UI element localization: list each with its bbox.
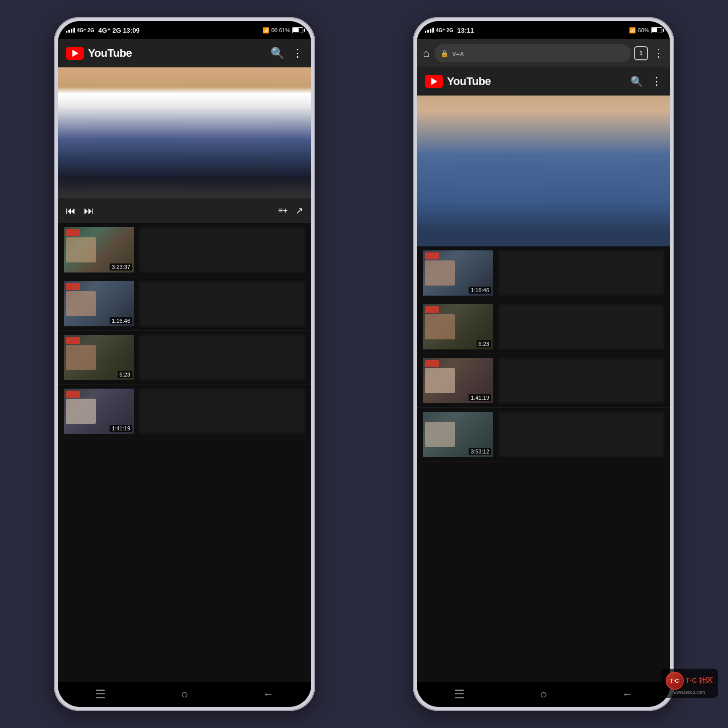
- yt-icon-2: [425, 75, 443, 88]
- lock-icon: 🔒: [440, 50, 448, 57]
- playlist-item-1[interactable]: 3:23:37: [58, 223, 311, 277]
- signal-bar-2: [68, 30, 70, 33]
- nav-back-1[interactable]: ←: [263, 688, 274, 701]
- next-button-1[interactable]: ⏭: [84, 205, 94, 217]
- battery-fill-1: [293, 28, 299, 32]
- battery-icon-1: [292, 27, 303, 33]
- nav-menu-2[interactable]: ☰: [454, 687, 465, 701]
- playlist-1[interactable]: 3:23:37 1:16:46: [58, 223, 311, 682]
- signal-bars-2: [425, 28, 434, 33]
- thumb-22: 6:23: [423, 304, 493, 349]
- signal-bar-22: [427, 30, 429, 33]
- duration-21: 1:16:46: [469, 287, 491, 294]
- more-button-2[interactable]: ⋮: [651, 75, 662, 88]
- figure-thumb-3: [66, 345, 96, 370]
- video-figure-left-2: [417, 96, 543, 246]
- duration-22: 6:23: [477, 340, 491, 347]
- status-left-2: 4G⁺ 2G 13:11: [425, 27, 474, 34]
- network-type-1: 4G⁺ 2G: [77, 28, 94, 33]
- yt-header-icons-2: 🔍 ⋮: [630, 75, 662, 88]
- nav-home-2[interactable]: ○: [540, 687, 548, 701]
- search-button-2[interactable]: 🔍: [630, 75, 643, 87]
- controls-left-1: ⏮ ⏭: [66, 205, 94, 217]
- url-text: v=∧: [452, 50, 625, 57]
- video-controls-1: ⏮ ⏭ ≡+ ↗: [58, 198, 311, 223]
- video-content-2: [417, 96, 670, 246]
- nav-home-1[interactable]: ○: [181, 687, 189, 701]
- playlist-item-21[interactable]: 1:16:46: [417, 246, 670, 300]
- browser-home-btn[interactable]: ⌂: [421, 45, 431, 62]
- red-badge-1: [66, 229, 80, 236]
- phone-1-frame: 4G⁺ 2G 4G⁺ 2G 13:09 📶 00 61% Yo: [54, 17, 315, 711]
- playlist-item-3[interactable]: 6:23: [58, 331, 311, 385]
- wifi-icon-2: 📶: [629, 27, 636, 34]
- red-badge-23: [425, 360, 439, 367]
- playlist-item-22[interactable]: 6:23: [417, 300, 670, 354]
- battery-percent-1: 00 61%: [271, 27, 290, 33]
- bottom-nav-1: ☰ ○ ←: [58, 682, 311, 707]
- thumb-24: 3:53:12: [423, 412, 493, 457]
- thumb-4: 1:41:19: [64, 389, 134, 434]
- red-badge-21: [425, 252, 439, 259]
- yt-header-icons-1: 🔍 ⋮: [270, 47, 303, 60]
- video-info-3: [139, 335, 305, 380]
- bottom-nav-2: ☰ ○ ←: [417, 682, 670, 707]
- duration-24: 3:53:12: [469, 448, 491, 455]
- playlist-item-2[interactable]: 1:16:46: [58, 277, 311, 331]
- wifi-icon-1: 📶: [262, 27, 269, 34]
- figure-thumb-2: [66, 291, 96, 316]
- figure-thumb-1: [66, 237, 96, 262]
- duration-3: 6:23: [118, 371, 132, 378]
- screenshot-container: 4G⁺ 2G 4G⁺ 2G 13:09 📶 00 61% Yo: [0, 0, 728, 728]
- watermark-logo: T·C: [666, 672, 684, 690]
- watermark: T·C T·C 社区 www.tecqu.com: [661, 669, 718, 698]
- playlist-item-4[interactable]: 1:41:19: [58, 385, 311, 438]
- playlist-item-24[interactable]: 3:53:12: [417, 408, 670, 462]
- yt-header-1: YouTube 🔍 ⋮: [58, 39, 311, 67]
- tab-count[interactable]: 1: [634, 46, 648, 60]
- more-button-1[interactable]: ⋮: [292, 47, 303, 60]
- prev-button-1[interactable]: ⏮: [66, 205, 76, 217]
- video-placeholder-1: [58, 67, 311, 198]
- video-main-1[interactable]: [58, 67, 311, 198]
- duration-2: 1:16:46: [110, 317, 132, 324]
- signal-bar-24: [432, 28, 434, 33]
- video-info-22: [498, 304, 664, 349]
- figure-22: [425, 314, 455, 339]
- add-queue-button-1[interactable]: ≡+: [278, 206, 288, 215]
- status-right-2: 📶 60%: [629, 27, 662, 34]
- status-right-1: 📶 00 61%: [262, 27, 303, 34]
- battery-percent-2: 60%: [638, 27, 649, 33]
- watermark-brand: T·C 社区: [686, 676, 713, 685]
- battery-icon-2: [651, 27, 662, 33]
- video-main-2[interactable]: [417, 96, 670, 246]
- thumb-2: 1:16:46: [64, 281, 134, 326]
- red-badge-4: [66, 391, 80, 398]
- duration-1: 3:23:37: [110, 263, 132, 270]
- playlist-2[interactable]: 1:16:46 6:23: [417, 246, 670, 682]
- thumb-23: 1:41:19: [423, 358, 493, 403]
- browser-bar: ⌂ 🔒 v=∧ 1 ⋮: [417, 39, 670, 67]
- share-button-1[interactable]: ↗: [296, 205, 303, 216]
- status-bar-2: 4G⁺ 2G 13:11 📶 60%: [417, 21, 670, 39]
- video-info-4: [139, 389, 305, 434]
- yt-logo-1: YouTube: [66, 47, 132, 60]
- status-bar-1: 4G⁺ 2G 4G⁺ 2G 13:09 📶 00 61%: [58, 21, 311, 39]
- search-button-1[interactable]: 🔍: [270, 47, 284, 60]
- video-figure-right-2: [543, 96, 670, 246]
- yt-title-2: YouTube: [447, 75, 491, 88]
- yt-icon-1: [66, 47, 84, 60]
- url-bar[interactable]: 🔒 v=∧: [434, 44, 631, 62]
- tab-number: 1: [640, 50, 643, 57]
- battery-fill-2: [652, 28, 657, 32]
- figure-right-1: [185, 67, 311, 198]
- watermark-url: www.tecqu.com: [673, 690, 705, 695]
- nav-back-2[interactable]: ←: [622, 688, 633, 701]
- red-badge-22: [425, 306, 439, 313]
- browser-more-btn[interactable]: ⋮: [651, 45, 666, 62]
- figure-thumb-4: [66, 399, 96, 424]
- nav-menu-1[interactable]: ☰: [95, 687, 106, 701]
- playlist-item-23[interactable]: 1:41:19: [417, 354, 670, 408]
- status-time-2: 13:11: [457, 27, 474, 34]
- video-info-1: [139, 227, 305, 272]
